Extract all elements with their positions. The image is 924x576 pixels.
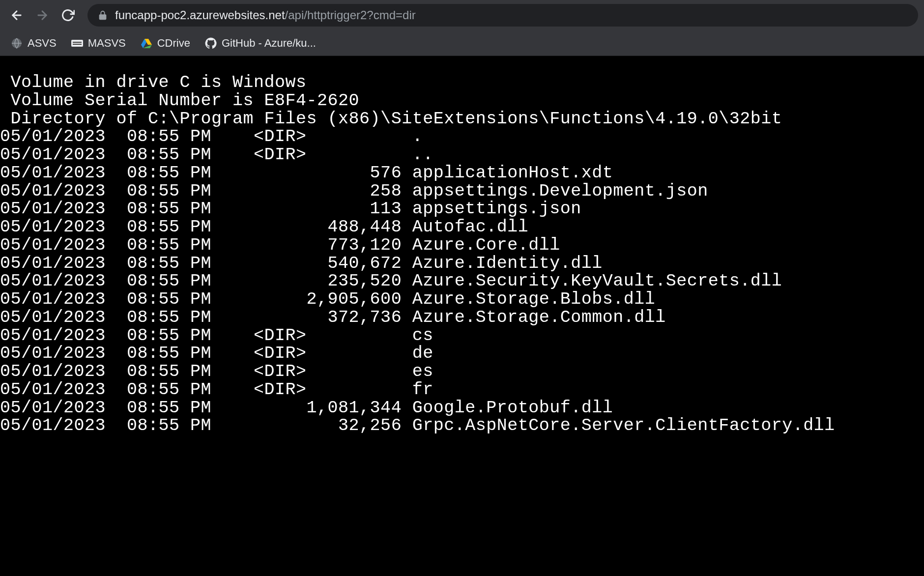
masvs-icon [71,37,83,49]
bookmark-label: CDrive [157,37,190,50]
svg-rect-5 [73,44,82,45]
url-text: funcapp-poc2.azurewebsites.net/api/httpt… [115,8,416,22]
bookmark-label: GitHub - Azure/ku... [222,37,316,50]
gdrive-icon [141,37,152,49]
output-line: Directory of C:\Program Files (x86)\Site… [0,110,924,128]
output-line: 05/01/2023 08:55 PM 1,081,344 Google.Pro… [0,399,924,417]
output-line: 05/01/2023 08:55 PM 372,736 Azure.Storag… [0,309,924,327]
forward-button[interactable] [31,4,53,26]
nav-toolbar: funcapp-poc2.azurewebsites.net/api/httpt… [0,0,924,30]
lock-icon [97,10,108,21]
browser-chrome: funcapp-poc2.azurewebsites.net/api/httpt… [0,0,924,56]
output-line: 05/01/2023 08:55 PM <DIR> fr [0,381,924,399]
output-line: 05/01/2023 08:55 PM 235,520 Azure.Securi… [0,272,924,290]
github-icon [205,37,217,49]
output-line: 05/01/2023 08:55 PM <DIR> es [0,363,924,381]
output-line: 05/01/2023 08:55 PM 258 appsettings.Deve… [0,182,924,201]
svg-rect-4 [73,42,82,43]
arrow-right-icon [35,8,49,22]
output-line: 05/01/2023 08:55 PM <DIR> cs [0,327,924,345]
back-button[interactable] [6,4,28,26]
output-line: 05/01/2023 08:55 PM 576 applicationHost.… [0,164,924,182]
url-host: funcapp-poc2.azurewebsites.net [115,8,285,22]
output-line: 05/01/2023 08:55 PM 540,672 Azure.Identi… [0,255,924,273]
arrow-left-icon [10,8,24,22]
url-path: /api/httptrigger2?cmd=dir [285,8,416,22]
svg-rect-3 [71,40,83,47]
bookmark-label: ASVS [28,37,57,50]
output-line: Volume Serial Number is E8F4-2620 [0,92,924,110]
address-bar[interactable]: funcapp-poc2.azurewebsites.net/api/httpt… [87,4,918,27]
output-line: 05/01/2023 08:55 PM <DIR> . [0,128,924,146]
bookmark-item[interactable]: MASVS [71,37,126,50]
output-line: 05/01/2023 08:55 PM 488,448 Autofac.dll [0,218,924,236]
bookmark-label: MASVS [88,37,126,50]
output-line: 05/01/2023 08:55 PM 2,905,600 Azure.Stor… [0,290,924,309]
bookmark-item[interactable]: CDrive [141,37,190,50]
bookmark-item[interactable]: GitHub - Azure/ku... [205,37,316,50]
globe-icon [11,37,23,49]
reload-button[interactable] [57,4,79,26]
output-line: Volume in drive C is Windows [0,74,924,92]
output-line: 05/01/2023 08:55 PM 32,256 Grpc.AspNetCo… [0,417,924,435]
output-line: 05/01/2023 08:55 PM <DIR> de [0,345,924,363]
output-line: 05/01/2023 08:55 PM 113 appsettings.json [0,200,924,218]
reload-icon [61,8,75,22]
bookmark-item[interactable]: ASVS [11,37,57,50]
bookmarks-bar: ASVSMASVSCDriveGitHub - Azure/ku... [0,30,924,56]
page-content: Volume in drive C is Windows Volume Seri… [0,56,924,435]
output-line: 05/01/2023 08:55 PM <DIR> .. [0,146,924,164]
output-line: 05/01/2023 08:55 PM 773,120 Azure.Core.d… [0,236,924,255]
